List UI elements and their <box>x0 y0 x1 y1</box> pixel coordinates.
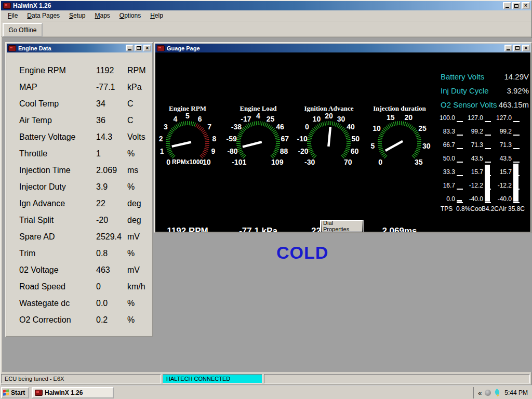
dial-needle <box>172 142 191 146</box>
bar-gauge-value: 34.2C <box>482 205 499 212</box>
bar-tick-label: 16.7 <box>432 182 455 189</box>
param-unit: mV <box>127 232 140 242</box>
maximize-icon <box>137 46 141 50</box>
bar-tick: 50.0 <box>432 153 464 167</box>
dial-scale-number: 25 <box>267 115 275 123</box>
bar-tick-label: 99.2 <box>489 128 512 135</box>
minimize-button[interactable] <box>503 2 511 9</box>
menu-item-help[interactable]: Help <box>145 11 168 20</box>
bar-gauge-tps: 100.083.366.750.033.316.70.0 <box>432 113 464 207</box>
go-offline-button[interactable]: Go Offline <box>3 23 43 37</box>
menu-item-options[interactable]: Options <box>115 11 145 20</box>
param-value: 1 <box>96 149 101 158</box>
param-value: 36 <box>96 116 105 125</box>
toolbar: Go Offline <box>1 21 531 37</box>
dial-scale-number: 30 <box>422 142 431 150</box>
dial-scale-number: 40 <box>347 123 355 131</box>
readout-value: 3.92% <box>507 86 529 95</box>
bar-tick-label: 83.3 <box>432 128 455 135</box>
engine-maximize-button[interactable] <box>135 45 142 51</box>
readout-label: Battery Volts <box>441 72 484 81</box>
readout-row: Battery Volts14.29V <box>441 71 529 83</box>
engine-minimize-button[interactable] <box>126 45 134 51</box>
param-value: -20 <box>96 216 108 225</box>
windows-logo-icon <box>3 389 9 396</box>
bar-tick-label: 71.3 <box>460 141 483 149</box>
param-value: 2529.4 <box>96 232 122 242</box>
dial-scale-number: -17 <box>241 115 251 123</box>
bar-tick-label: 43.5 <box>460 155 483 162</box>
dial-scale-number: 88 <box>280 147 288 155</box>
gauge-page-titlebar[interactable]: Guage Page × <box>155 44 530 52</box>
bar-tick-label: -12.2 <box>489 182 512 189</box>
desktop: HalwinX 1.26 × FileData PagesSetupMapsOp… <box>0 0 532 399</box>
start-button[interactable]: Start <box>1 387 29 398</box>
bar-tick-label: 43.5 <box>489 155 512 162</box>
dial-properties-button[interactable]: Dial Properties <box>320 220 364 232</box>
bar-tick-label: 71.3 <box>489 141 512 149</box>
status-bar: ECU being tuned - E6X HALTECH CONNECTED <box>1 372 531 384</box>
bar-tick-label: 50.0 <box>432 155 455 162</box>
dial-needle <box>385 141 403 151</box>
param-unit: km/h <box>127 282 145 291</box>
engine-data-row: Air Temp36C <box>7 113 152 129</box>
dial-scale-number: 10 <box>373 124 381 132</box>
engine-data-row: Ign Advance22deg <box>7 196 152 212</box>
gauge-minimize-button[interactable] <box>504 45 512 51</box>
close-icon: × <box>525 46 528 51</box>
main-window-title: HalwinX 1.26 <box>13 2 503 9</box>
param-value: 0.2 <box>96 315 108 325</box>
menu-item-data-pages[interactable]: Data Pages <box>22 11 64 20</box>
minimize-icon <box>128 49 131 50</box>
dial-title: Ignition Advance <box>290 104 368 112</box>
gauge-close-button[interactable]: × <box>522 45 530 51</box>
engine-data-row: Injector Duty3.9% <box>7 179 152 196</box>
taskbar-task-halwinx[interactable]: HalwinX 1.26 <box>32 387 114 398</box>
menu-item-maps[interactable]: Maps <box>90 11 114 20</box>
dial-scale-number: 7 <box>207 123 211 131</box>
main-titlebar[interactable]: HalwinX 1.26 × <box>1 1 531 10</box>
dial-scale-number: 10 <box>203 158 211 166</box>
param-label: Cool Temp <box>19 99 59 109</box>
close-button[interactable]: × <box>522 2 530 9</box>
maximize-button[interactable] <box>512 2 521 9</box>
close-icon: × <box>146 46 149 51</box>
menu-item-setup[interactable]: Setup <box>64 11 90 20</box>
bar-tick: 127.0 <box>489 113 521 126</box>
bar-tick: 33.3 <box>432 167 464 180</box>
engine-close-button[interactable]: × <box>143 45 151 51</box>
param-value: 463 <box>96 265 110 275</box>
taskbar: Start HalwinX 1.26 « 5:44 PM <box>0 385 532 399</box>
tray-chevron-icon[interactable]: « <box>478 389 482 397</box>
param-value: 34 <box>96 99 105 109</box>
engine-data-row: MAP-77.1kPa <box>7 79 152 96</box>
gauge-page-title: Guage Page <box>167 45 504 51</box>
bar-tick-mark <box>513 202 520 203</box>
param-label: Road Speed <box>19 282 65 291</box>
app-icon <box>35 390 43 396</box>
bar-tick-label: 33.3 <box>432 168 455 176</box>
gauge-maximize-button[interactable] <box>513 45 521 51</box>
engine-data-row: Trim0.8% <box>7 246 152 262</box>
volume-icon[interactable] <box>485 390 491 396</box>
engine-data-row: Cool Temp34C <box>7 96 152 113</box>
dial-scale-number: -38 <box>231 123 242 131</box>
param-label: Injector Duty <box>19 182 66 192</box>
tray-app-icon[interactable] <box>494 389 501 396</box>
param-value: 3.9 <box>96 182 108 192</box>
status-empty-panel <box>264 374 530 383</box>
dial-scale-number: 25 <box>418 124 427 132</box>
menu-item-file[interactable]: File <box>3 11 22 20</box>
app-icon <box>3 3 11 9</box>
param-value: 1192 <box>96 66 114 75</box>
dial-scale-number: -101 <box>232 158 246 166</box>
dial-engine-rpm: Engine RPM012345678910RPMx10001192 RPM <box>155 104 227 175</box>
engine-data-titlebar[interactable]: Engine Data × <box>7 44 152 52</box>
dial-scale-number: 70 <box>344 158 352 166</box>
start-label: Start <box>11 389 25 396</box>
param-unit: % <box>127 299 135 308</box>
param-label: Trial Split <box>19 216 54 225</box>
readout-value: 463.15m <box>499 100 529 109</box>
bar-gauge-name: TPS <box>441 205 453 212</box>
param-unit: C <box>127 99 134 109</box>
